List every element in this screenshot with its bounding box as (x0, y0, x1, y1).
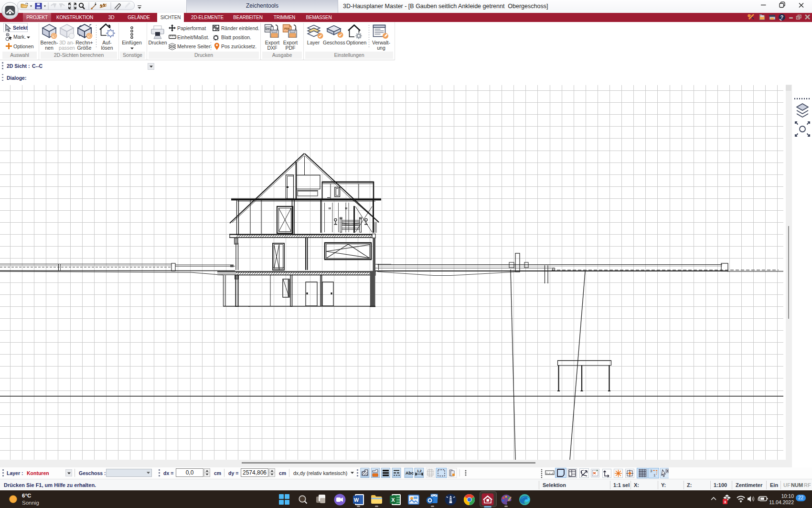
svg-text:X: X (391, 497, 395, 503)
svg-text:PDF: PDF (284, 27, 290, 30)
svg-text:?: ? (780, 14, 783, 20)
svg-text:1: 1 (653, 474, 656, 477)
svg-text:3: 3 (724, 500, 727, 504)
svg-text:3: 3 (650, 469, 652, 473)
svg-text:Abc: Abc (406, 471, 414, 476)
svg-text:W: W (354, 497, 359, 503)
svg-text:1,2: 1,2 (417, 469, 422, 473)
svg-text:DWG: DWG (266, 27, 271, 30)
